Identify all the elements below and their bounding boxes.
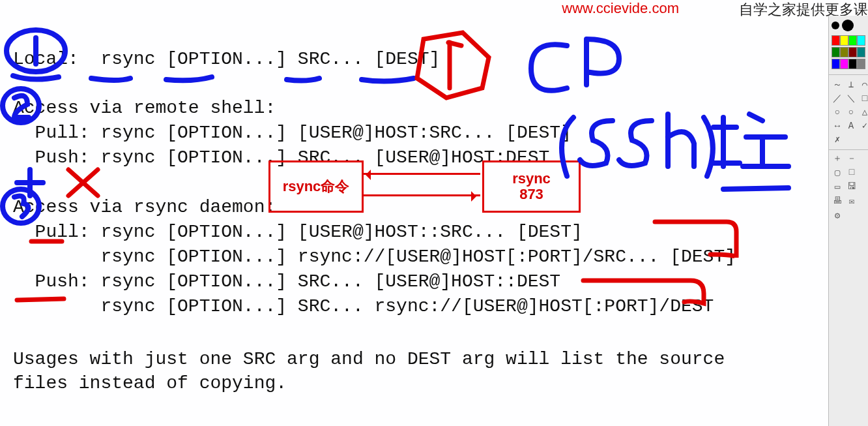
label-rsync-cmd: rsync命令 [283, 177, 350, 196]
print-icon[interactable]: 🖶 [832, 196, 843, 207]
color-swatch[interactable] [857, 47, 865, 57]
arrow-right [362, 194, 480, 196]
color-swatch[interactable] [840, 47, 848, 57]
text-pull-shell: Pull: rsync [OPTION...] [USER@]HOST:SRC.… [13, 123, 571, 143]
text-remote-shell: Access via remote shell: [13, 98, 276, 118]
label-rsync-873: rsync 873 [512, 171, 551, 202]
color-swatch[interactable] [848, 47, 857, 57]
gear-icon[interactable]: ⚙ [832, 210, 843, 222]
zoom-in-icon[interactable]: ＋ [832, 153, 843, 164]
tool-wave-icon[interactable]: ～ [832, 79, 843, 91]
color-swatch[interactable] [840, 35, 848, 46]
box-rsync-cmd: rsync命令 [268, 160, 364, 213]
paint-palette[interactable]: ～ ⟂ ⌒ ／ ＼ □ ○ ○ △ ↔ A ✓ ✗ ＋ － ▢ □ ▭ 🖫 🖶 … [828, 16, 868, 426]
watermark-url: www.ccievide.com [562, 0, 679, 17]
arrow-left [362, 173, 480, 175]
text-usage-b: files instead of copying. [13, 373, 287, 393]
color-swatch[interactable] [832, 47, 840, 57]
open-icon[interactable]: ▭ [832, 181, 843, 193]
tool-rect-icon[interactable]: □ [859, 93, 868, 104]
text-push-daemon1: Push: rsync [OPTION...] SRC... [USER@]HO… [13, 271, 560, 292]
color-swatch[interactable] [857, 59, 865, 69]
tool-perp-icon[interactable]: ⟂ [845, 79, 857, 91]
new-icon[interactable]: □ [846, 167, 858, 179]
text-local: Local: rsync [OPTION...] SRC... [DEST] [13, 49, 440, 69]
brush-dot-large-icon[interactable] [842, 20, 854, 31]
color-swatch[interactable] [848, 35, 857, 46]
page-root: { "watermark": { "url": "www.ccievide.co… [0, 0, 868, 426]
color-swatch[interactable] [832, 35, 840, 46]
tool-line-icon[interactable]: ／ [832, 93, 843, 104]
tool-text-icon[interactable]: A [845, 120, 857, 132]
text-push-daemon2: rsync [OPTION...] SRC... rsync://[USER@]… [13, 296, 714, 316]
color-swatch[interactable] [848, 59, 857, 69]
brush-dot-icon[interactable] [832, 22, 839, 29]
tool-arc-icon[interactable]: ⌒ [859, 79, 868, 91]
action-icons: ＋ － ▢ □ ▭ 🖫 🖶 ✉ ⚙ [832, 153, 865, 222]
tool-line2-icon[interactable]: ＼ [845, 93, 857, 104]
tool-check-icon[interactable]: ✓ [859, 120, 868, 132]
text-daemon: Access via rsync daemon: [13, 197, 276, 217]
text-pull-daemon1: Pull: rsync [OPTION...] [USER@]HOST::SRC… [13, 222, 583, 242]
color-swatch[interactable] [857, 35, 865, 46]
text-usage-a: Usages with just one SRC arg and no DEST… [13, 349, 725, 369]
select-icon[interactable]: ▢ [832, 167, 843, 179]
save-icon[interactable]: 🖫 [846, 181, 858, 193]
tool-circle2-icon[interactable]: ○ [845, 106, 857, 118]
mail-icon[interactable]: ✉ [846, 196, 858, 207]
color-swatch[interactable] [832, 59, 840, 69]
tool-grid: ～ ⟂ ⌒ ／ ＼ □ ○ ○ △ ↔ A ✓ ✗ [832, 79, 865, 145]
tool-tri-icon[interactable]: △ [859, 106, 868, 118]
text-pull-daemon2: rsync [OPTION...] rsync://[USER@]HOST[:P… [13, 247, 736, 267]
color-swatch[interactable] [840, 59, 848, 69]
tool-x-icon[interactable]: ✗ [832, 134, 843, 145]
zoom-out-icon[interactable]: － [846, 153, 858, 164]
tool-arrow-icon[interactable]: ↔ [832, 120, 843, 132]
box-rsync-873: rsync 873 [482, 160, 581, 213]
tool-circle-icon[interactable]: ○ [832, 106, 843, 118]
